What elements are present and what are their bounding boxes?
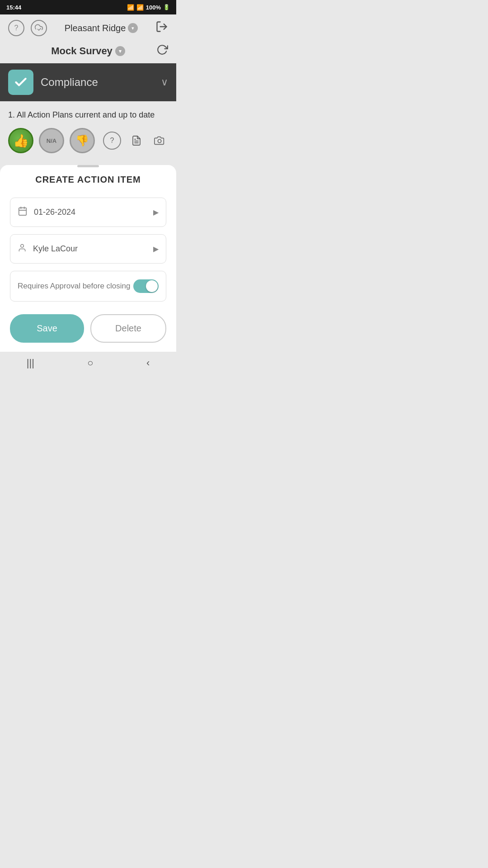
back-nav-icon[interactable]: ‹: [146, 357, 150, 369]
na-button[interactable]: N/A: [39, 128, 64, 153]
toggle-knob: [146, 280, 158, 292]
compliance-chevron-icon: ∨: [161, 76, 168, 88]
answer-buttons: 👍 N/A 👎 ?: [8, 128, 168, 153]
exit-button[interactable]: [155, 20, 168, 36]
approval-label: Requires Approval before closing: [18, 282, 130, 291]
survey-row: Mock Survey ▾: [0, 42, 176, 63]
signal-icon: 📶: [136, 4, 144, 11]
assignee-field[interactable]: Kyle LaCour ▶: [10, 234, 166, 264]
action-buttons: Save Delete: [10, 314, 166, 343]
battery-icon: 100%: [146, 4, 161, 11]
thumbs-up-button[interactable]: 👍: [8, 128, 33, 153]
refresh-button[interactable]: [156, 44, 168, 58]
sheet-title: CREATE ACTION ITEM: [10, 175, 166, 185]
date-value: 01-26-2024: [34, 208, 147, 217]
svg-rect-4: [19, 208, 27, 216]
status-bar: 15:44 📶 📶 100%🔋: [0, 0, 176, 14]
approval-toggle[interactable]: [133, 279, 159, 293]
save-button[interactable]: Save: [10, 314, 84, 343]
header-top: ? Pleasant Ridge ▾: [0, 14, 176, 42]
home-nav-icon[interactable]: ○: [87, 357, 93, 369]
cloud-check-icon[interactable]: [31, 20, 47, 36]
person-icon: [18, 243, 27, 255]
notes-button[interactable]: [128, 132, 145, 149]
svg-point-8: [21, 245, 24, 248]
wifi-icon: 📶: [127, 4, 134, 11]
question-help-button[interactable]: ?: [103, 132, 121, 150]
assignee-field-arrow: ▶: [153, 245, 159, 253]
nav-bar: ||| ○ ‹: [0, 352, 176, 376]
svg-point-3: [158, 139, 161, 142]
location-label[interactable]: Pleasant Ridge ▾: [65, 23, 138, 33]
question-section: 1. All Action Plans current and up to da…: [0, 101, 176, 160]
thumbs-down-button[interactable]: 👎: [70, 128, 95, 153]
survey-name: Mock Survey: [51, 45, 113, 57]
date-field[interactable]: 01-26-2024 ▶: [10, 198, 166, 227]
header-left-icons: ?: [8, 20, 47, 36]
question-text: 1. All Action Plans current and up to da…: [8, 110, 168, 120]
location-name: Pleasant Ridge: [65, 23, 126, 33]
compliance-label: Compliance: [41, 76, 154, 89]
delete-button[interactable]: Delete: [90, 314, 166, 343]
camera-button[interactable]: [152, 132, 168, 149]
calendar-icon: [18, 206, 28, 218]
menu-nav-icon[interactable]: |||: [27, 357, 34, 369]
bottom-sheet: CREATE ACTION ITEM 01-26-2024 ▶ Kyle LaC…: [0, 165, 176, 352]
drag-handle: [77, 165, 99, 167]
location-dropdown-icon[interactable]: ▾: [128, 23, 138, 33]
action-icons: ?: [103, 132, 168, 150]
survey-label[interactable]: Mock Survey ▾: [51, 45, 125, 57]
approval-toggle-row: Requires Approval before closing: [10, 271, 166, 302]
assignee-value: Kyle LaCour: [33, 244, 147, 254]
help-button[interactable]: ?: [8, 20, 24, 36]
status-icons: 📶 📶 100%🔋: [127, 4, 170, 11]
date-field-arrow: ▶: [153, 208, 159, 217]
survey-dropdown-icon[interactable]: ▾: [115, 46, 125, 56]
compliance-check-icon: [8, 70, 33, 95]
compliance-bar[interactable]: Compliance ∨: [0, 63, 176, 101]
time: 15:44: [6, 4, 21, 11]
